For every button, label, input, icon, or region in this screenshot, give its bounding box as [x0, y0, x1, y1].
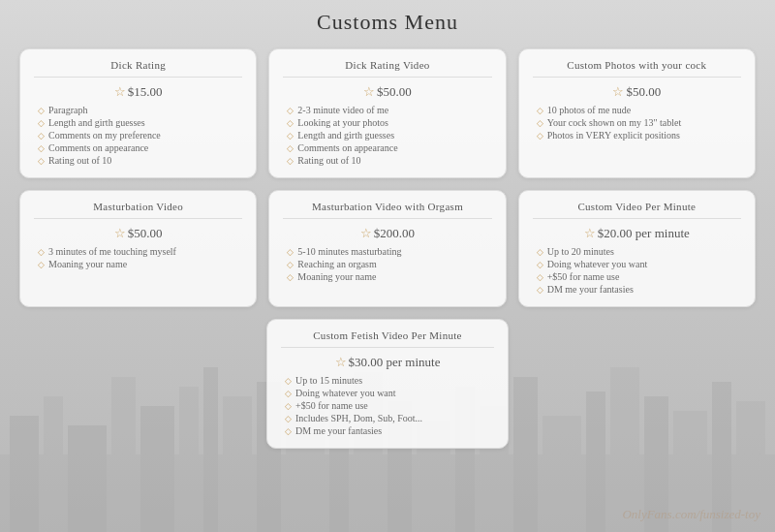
- bottom-card-feature: ◇+$50 for name use: [281, 400, 494, 411]
- card-feature: ◇+$50 for name use: [533, 271, 741, 282]
- bottom-card-title: Custom Fetish Video Per Minute: [281, 329, 494, 348]
- bottom-row: Custom Fetish Video Per Minute ☆$30.00 p…: [19, 319, 756, 449]
- bottom-card-feature: ◇Up to 15 minutes: [281, 375, 494, 386]
- bottom-card-price: ☆$30.00 per minute: [281, 355, 494, 370]
- card-feature: ◇Up to 20 minutes: [533, 246, 741, 257]
- card-title: Custom Video Per Minute: [533, 201, 741, 219]
- card-feature: ◇Reaching an orgasm: [283, 259, 491, 269]
- card-feature: ◇Paragraph: [34, 105, 242, 115]
- card-price: ☆$50.00: [533, 84, 741, 100]
- card-masturbation-video-orgasm: Masturbation Video with Orgasm☆$200.00◇5…: [268, 190, 506, 307]
- card-title: Masturbation Video: [34, 201, 242, 219]
- card-feature: ◇Rating out of 10: [283, 155, 491, 166]
- card-feature: ◇Moaning your name: [283, 271, 491, 282]
- card-price: ☆$20.00 per minute: [533, 226, 741, 241]
- card-feature: ◇10 photos of me nude: [533, 105, 741, 115]
- card-feature: ◇Your cock shown on my 13" tablet: [533, 117, 741, 128]
- card-feature: ◇DM me your fantasies: [533, 284, 741, 295]
- card-dick-rating: Dick Rating☆$15.00◇Paragraph◇Length and …: [19, 48, 257, 178]
- card-feature: ◇Length and girth guesses: [283, 130, 491, 141]
- card-price: ☆$15.00: [34, 84, 242, 100]
- page-title: Customs Menu: [19, 10, 756, 35]
- cards-grid: Dick Rating☆$15.00◇Paragraph◇Length and …: [19, 48, 756, 307]
- card-feature: ◇Photos in VERY explicit positions: [533, 130, 741, 141]
- card-feature: ◇2-3 minute video of me: [283, 105, 491, 115]
- card-masturbation-video: Masturbation Video☆$50.00◇3 minutes of m…: [19, 190, 257, 307]
- card-title: Dick Rating Video: [283, 59, 491, 78]
- bottom-card-feature: ◇Includes SPH, Dom, Sub, Foot...: [281, 413, 494, 423]
- card-feature: ◇Comments on appearance: [34, 142, 242, 153]
- card-custom-video-per-minute: Custom Video Per Minute☆$20.00 per minut…: [518, 190, 756, 307]
- card-feature: ◇Length and girth guesses: [34, 117, 242, 128]
- card-title: Custom Photos with your cock: [533, 59, 741, 78]
- card-feature: ◇5-10 minutes masturbating: [283, 246, 491, 257]
- main-content: Customs Menu Dick Rating☆$15.00◇Paragrap…: [0, 0, 775, 458]
- card-feature: ◇Comments on my preference: [34, 130, 242, 141]
- card-title: Masturbation Video with Orgasm: [283, 201, 491, 219]
- card-feature: ◇Comments on appearance: [283, 142, 491, 153]
- card-custom-photos: Custom Photos with your cock☆$50.00◇10 p…: [518, 48, 756, 178]
- bottom-card: Custom Fetish Video Per Minute ☆$30.00 p…: [266, 319, 509, 449]
- card-dick-rating-video: Dick Rating Video☆$50.00◇2-3 minute vide…: [268, 48, 506, 178]
- card-feature: ◇Moaning your name: [34, 259, 242, 269]
- watermark: OnlyFans.com/funsized-toy: [622, 507, 760, 522]
- card-price: ☆$50.00: [34, 226, 242, 241]
- card-feature: ◇3 minutes of me touching myself: [34, 246, 242, 257]
- card-title: Dick Rating: [34, 59, 242, 78]
- card-price: ☆$50.00: [283, 84, 491, 100]
- bottom-card-feature: ◇Doing whatever you want: [281, 388, 494, 398]
- card-feature: ◇Doing whatever you want: [533, 259, 741, 269]
- bottom-card-feature: ◇DM me your fantasies: [281, 425, 494, 436]
- card-price: ☆$200.00: [283, 226, 491, 241]
- card-feature: ◇Looking at your photos: [283, 117, 491, 128]
- card-feature: ◇Rating out of 10: [34, 155, 242, 166]
